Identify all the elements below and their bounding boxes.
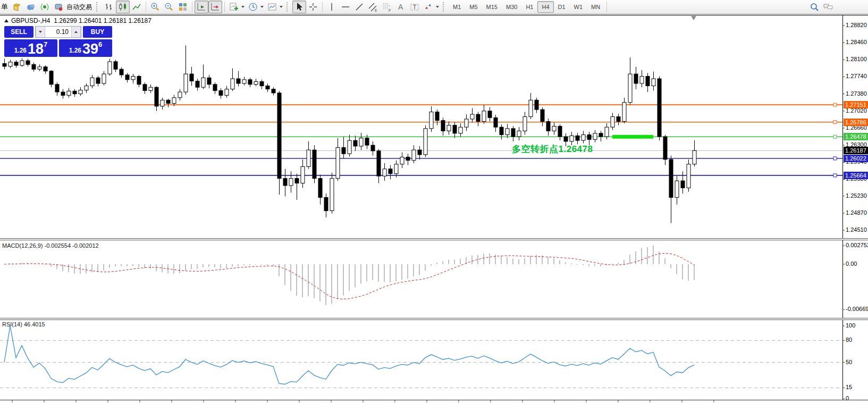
- toolbar-separator: [146, 2, 146, 12]
- tf-button-d1[interactable]: D1: [554, 1, 570, 13]
- chevron-down-icon[interactable]: [260, 6, 264, 8]
- equidistant-channel-icon[interactable]: E: [366, 1, 380, 13]
- chart-title: GBPUSD-,H4 1.26299 1.26401 1.26181 1.261…: [4, 17, 151, 24]
- volume-decrease-button[interactable]: [36, 27, 45, 37]
- auto-scroll-icon[interactable]: [195, 1, 208, 13]
- turning-point-annotation[interactable]: 多空转折点1.26478: [512, 143, 593, 155]
- tf-button-m5[interactable]: M5: [465, 1, 482, 13]
- ohlc-values-label: 1.26299 1.26401 1.26181 1.26187: [54, 17, 151, 24]
- templates-icon[interactable]: [265, 1, 279, 13]
- rsi-tick-label: 15: [846, 384, 868, 390]
- text-icon[interactable]: A: [394, 1, 408, 13]
- chart-shift-icon[interactable]: [208, 1, 222, 13]
- tf-button-m30[interactable]: M30: [502, 1, 521, 13]
- chat-icon[interactable]: [821, 1, 835, 13]
- symbol-triangle-icon: [4, 19, 9, 22]
- cursor-icon[interactable]: [292, 1, 306, 13]
- chevron-down-icon[interactable]: [241, 6, 245, 8]
- toolbar-separator: [322, 2, 323, 12]
- sounds-icon[interactable]: [38, 1, 52, 13]
- hline-handle: [833, 103, 837, 106]
- price-tick-label: 1.28460: [846, 39, 868, 45]
- price-level-badge: 1.27151: [844, 101, 868, 108]
- hline-handle: [833, 135, 837, 138]
- price-tick-label: 1.27740: [846, 73, 868, 79]
- new-chart-icon[interactable]: [227, 1, 241, 13]
- sell-price-big: 18: [28, 41, 44, 56]
- zoom-in-icon[interactable]: [148, 1, 162, 13]
- fibonacci-icon[interactable]: F: [380, 1, 394, 13]
- expert-advisors-icon[interactable]: [52, 1, 65, 13]
- search-icon[interactable]: [807, 1, 821, 13]
- toolbar-drag-handle[interactable]: [96, 2, 100, 12]
- price-tick-label: 1.25230: [846, 192, 868, 199]
- svg-text:T: T: [413, 4, 416, 10]
- main-toolbar: 单 自动交易 E F A T: [0, 0, 868, 14]
- toolbar-separator: [606, 2, 607, 12]
- tf-button-h1[interactable]: H1: [521, 1, 537, 13]
- mt4-window: 单 自动交易 E F A T: [0, 0, 868, 412]
- tf-button-m15[interactable]: M15: [482, 1, 502, 13]
- chevron-down-icon[interactable]: [436, 6, 439, 8]
- sell-price[interactable]: 1.26 18 7: [4, 39, 57, 57]
- profiles-icon[interactable]: [246, 1, 260, 13]
- tf-button-m1[interactable]: M1: [449, 1, 465, 13]
- macd-tick-label: 0.002753: [846, 242, 868, 248]
- sell-button[interactable]: SELL: [4, 26, 33, 38]
- tf-button-h4[interactable]: H4: [537, 1, 553, 13]
- macd-indicator-label: MACD(12,26,9) -0.002554 -0.002012: [2, 242, 99, 249]
- svg-text:F: F: [389, 9, 391, 12]
- buy-price[interactable]: 1.26 39 6: [59, 39, 112, 57]
- bar-chart-icon[interactable]: [102, 1, 116, 13]
- line-chart-icon[interactable]: [130, 1, 144, 13]
- toolbar-separator: [224, 2, 225, 12]
- new-order-button[interactable]: 单: [1, 2, 8, 12]
- text-label-icon[interactable]: T: [408, 1, 422, 13]
- buy-price-small: 1.26: [69, 45, 81, 56]
- tile-windows-icon[interactable]: [176, 1, 190, 13]
- price-level-badge: 1.26187: [844, 147, 868, 154]
- timeframe-toolbar: M1M5M15M30H1H4D1W1MN: [449, 1, 604, 13]
- pane-divider[interactable]: [0, 318, 868, 320]
- rsi-tick-label: 80: [846, 337, 868, 343]
- zoom-out-icon[interactable]: [162, 1, 176, 13]
- volume-increase-button[interactable]: [71, 27, 81, 37]
- buy-button[interactable]: BUY: [83, 26, 112, 38]
- arrows-icon[interactable]: [422, 1, 435, 13]
- triangle-down-icon: [39, 31, 42, 33]
- volume-input[interactable]: [45, 27, 71, 37]
- hline-handle: [833, 121, 837, 124]
- autotrade-button[interactable]: 自动交易: [66, 3, 92, 12]
- market-watch-icon[interactable]: [24, 1, 38, 13]
- price-tick-label: 1.28100: [846, 56, 868, 62]
- tf-button-mn[interactable]: MN: [587, 1, 604, 13]
- chevron-down-icon[interactable]: [280, 6, 283, 8]
- hline-handle: [833, 174, 837, 177]
- rsi-tick-label: 100: [846, 322, 868, 329]
- rsi-tick-label: 50: [846, 359, 868, 365]
- price-level-badge: 1.26478: [844, 133, 868, 140]
- price-level-badge: 1.26786: [844, 119, 868, 126]
- candlesticks-icon[interactable]: [116, 1, 130, 13]
- toolbar-separator: [192, 2, 192, 12]
- vertical-line-icon[interactable]: [325, 1, 339, 13]
- price-level-badge: 1.26022: [844, 155, 868, 162]
- toolbar-drag-handle[interactable]: [286, 2, 290, 12]
- data-window-icon[interactable]: [10, 1, 24, 13]
- symbol-period-label: GBPUSD-,H4: [11, 17, 50, 24]
- price-level-badge: 1.25664: [844, 172, 868, 179]
- toolbar-right-icons: [807, 1, 835, 13]
- shift-marker-icon: [691, 16, 696, 20]
- buy-price-big: 39: [82, 41, 98, 56]
- horizontal-line-icon[interactable]: [339, 1, 352, 13]
- pane-divider[interactable]: [0, 238, 868, 240]
- sell-price-small: 1.26: [14, 45, 27, 56]
- chart-canvas[interactable]: [0, 0, 868, 412]
- crosshair-icon[interactable]: [306, 1, 320, 13]
- toolbar-drag-handle[interactable]: [443, 2, 446, 12]
- sell-price-sup: 7: [44, 40, 47, 48]
- tf-button-w1[interactable]: W1: [570, 1, 587, 13]
- macd-tick-label: -0.006699: [846, 306, 868, 312]
- macd-tick-label: 0.00: [846, 260, 868, 267]
- trendline-icon[interactable]: [352, 1, 366, 13]
